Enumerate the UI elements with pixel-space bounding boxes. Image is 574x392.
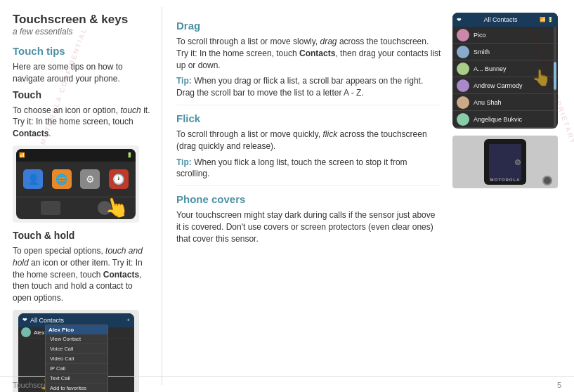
- phone-covers-image: MOTOROLA: [452, 136, 558, 188]
- section-divider-1: [176, 105, 441, 105]
- right-text-column: Drag To scroll through a list or move sl…: [176, 13, 441, 249]
- touch-image: 📶 🔋 👤 🌐 ⚙ 🕐 👆: [13, 145, 139, 223]
- drag-phone-header: ❤ All Contacts 📶🔋: [452, 13, 558, 27]
- camera-dot: [515, 159, 521, 165]
- drag-avatar-bunney: [457, 63, 469, 75]
- drag-tip-label: Tip:: [176, 76, 192, 86]
- scroll-bar-thumb: [554, 62, 556, 90]
- right-image-column: ❤ All Contacts 📶🔋 Pico Smit: [452, 13, 561, 249]
- drag-name-carmody: Andrew Carmody: [474, 82, 523, 89]
- section-divider-2: [176, 185, 441, 186]
- drag-avatar-shah: [457, 96, 469, 109]
- settings-app-icon: ⚙: [80, 169, 100, 189]
- phone-top-bar: 📶 🔋: [16, 149, 136, 162]
- touch-hold-heading: Touch & hold: [13, 230, 150, 241]
- flick-heading: Flick: [176, 112, 441, 124]
- drag-name-shah: Anu Shah: [474, 99, 502, 106]
- context-menu-text[interactable]: Text Call: [46, 374, 107, 384]
- phone-button: [542, 176, 552, 185]
- drag-avatar-pico: [457, 29, 469, 41]
- drag-avatar-smith: [457, 46, 469, 58]
- context-menu-header: Alex Pico: [46, 325, 107, 334]
- touch-hold-contacts-label: Contacts: [103, 270, 139, 280]
- motorola-logo: MOTOROLA: [490, 178, 521, 182]
- drag-item-shah: Anu Shah: [452, 94, 558, 111]
- context-menu-video[interactable]: Video Call: [46, 354, 107, 364]
- left-column: Touchscreen & keys a few essentials Touc…: [0, 0, 162, 392]
- page-number: 5: [557, 381, 561, 389]
- flick-tip: Tip: When you flick a long list, touch t…: [176, 157, 441, 181]
- right-inner: Drag To scroll through a list or move sl…: [176, 13, 561, 249]
- avatar-1: [21, 327, 31, 337]
- drag-item-bukvic: Angelique Bukvic: [452, 111, 558, 128]
- drag-avatar-bukvic: [457, 113, 469, 126]
- touch-tips-body: Here are some tips on how to navigate ar…: [13, 61, 150, 85]
- drag-avatar-carmody: [457, 79, 469, 92]
- drag-body: To scroll through a list or move slowly,…: [176, 36, 441, 71]
- context-menu-voice[interactable]: Voice Call: [46, 344, 107, 354]
- status-icons: 📶🔋: [540, 17, 554, 22]
- phone-covers-heading: Phone covers: [176, 193, 441, 205]
- context-menu: Alex Pico View Contact Voice Call Video …: [45, 325, 108, 392]
- touch-hold-body: To open special options, touch and hold …: [13, 245, 150, 304]
- scroll-bar: [554, 27, 556, 129]
- drag-item-pico: Pico: [452, 27, 558, 44]
- flick-tip-label: Tip:: [176, 157, 192, 167]
- drag-contacts-label: Contacts: [299, 48, 335, 58]
- browser-app-icon: 🌐: [52, 169, 72, 189]
- page-container: Touchscreen & keys a few essentials Touc…: [0, 0, 574, 392]
- contacts-header-label: All Contacts: [30, 317, 64, 324]
- drag-contacts-header: All Contacts: [483, 16, 517, 23]
- context-menu-favorites[interactable]: Add to favorites: [46, 384, 107, 392]
- drag-heading: Drag: [176, 20, 441, 32]
- drag-name-pico: Pico: [474, 32, 486, 39]
- drag-tip-body: When you drag or flick a list, a scroll …: [176, 76, 423, 98]
- touch-heading: Touch: [13, 89, 150, 100]
- drag-name-smith: Smith: [474, 48, 490, 55]
- context-menu-view[interactable]: View Contact: [46, 334, 107, 344]
- context-menu-ip[interactable]: IP Call: [46, 364, 107, 374]
- page-subtitle: a few essentials: [13, 27, 150, 37]
- phone-covers-text: Your touchscreen might stay dark during …: [176, 209, 441, 244]
- app-icon-row: 👤 🌐 ⚙ 🕐: [16, 162, 136, 197]
- drag-name-bunney: A... Bunney: [474, 65, 507, 72]
- drag-name-bukvic: Angelique Bukvic: [474, 116, 522, 123]
- touch-contacts-label: Contacts: [13, 129, 48, 138]
- flick-body: To scroll through a list or move quickly…: [176, 129, 441, 152]
- drag-tip: Tip: When you drag or flick a list, a sc…: [176, 75, 441, 99]
- flick-tip-body: When you flick a long list, touch the sc…: [176, 157, 407, 179]
- phone-cover-device: MOTOROLA: [484, 139, 526, 185]
- contacts-app-icon[interactable]: 👤: [23, 169, 43, 189]
- drag-hand-icon: 👆: [532, 69, 551, 87]
- touch-body: To choose an icon or option, touch it. T…: [13, 105, 150, 140]
- page-heading: Touchscreen & keys: [13, 13, 150, 27]
- drag-item-smith: Smith: [452, 44, 558, 60]
- clock-app-icon: 🕐: [109, 169, 129, 189]
- drag-phone-mockup: ❤ All Contacts 📶🔋 Pico Smit: [452, 13, 558, 129]
- right-column: Drag To scroll through a list or move sl…: [162, 0, 574, 392]
- phone-covers-body: Your touchscreen might stay dark during …: [176, 209, 441, 244]
- touch-tips-heading: Touch tips: [13, 45, 150, 57]
